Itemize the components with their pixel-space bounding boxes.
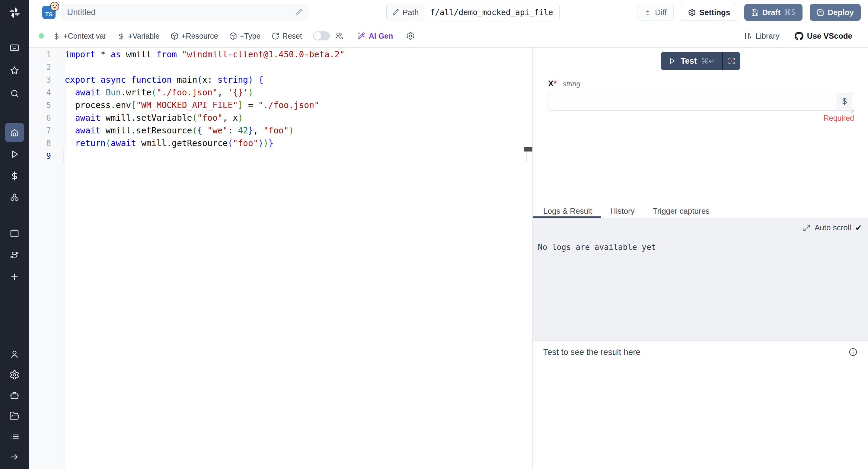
wand-sparkles-icon (357, 32, 366, 40)
sidebar-item-search[interactable] (5, 84, 24, 103)
sidebar-item-settings[interactable] (5, 365, 24, 384)
editor-toolbar: +Context var +Variable +Resource +Type R… (29, 25, 868, 48)
code-line-1[interactable]: 1import * as wmill from "windmill-client… (29, 48, 532, 61)
diff-mode-toggle[interactable] (313, 31, 330, 40)
result-placeholder: Test to see the result here (543, 347, 641, 357)
sidebar-group-3 (0, 345, 29, 467)
rotate-cw-icon (271, 32, 279, 40)
expand-logs-icon[interactable] (803, 224, 811, 232)
arg-name: X (548, 79, 554, 88)
sidebar (0, 0, 29, 469)
code-line-3[interactable]: 3export async function main(x: string) { (29, 74, 532, 86)
code-line-5[interactable]: 5 process.env["WM_MOCKED_API_FILE"] = ".… (29, 99, 532, 112)
test-button[interactable]: Test ⌘↵ (661, 52, 722, 70)
tab-logs-result[interactable]: Logs & Result (533, 204, 601, 218)
add-type-button[interactable]: +Type (229, 32, 261, 40)
resize-handle-icon[interactable] (850, 109, 856, 115)
draft-shortcut: ⌘S (784, 8, 796, 17)
tab-trigger-captures[interactable]: Trigger captures (644, 204, 719, 218)
sidebar-item-calendar[interactable] (5, 224, 24, 243)
diff-button[interactable]: Diff (637, 4, 674, 21)
settings-button[interactable]: Settings (681, 4, 737, 21)
insert-variable-button[interactable]: $ (837, 94, 852, 109)
code-line-4[interactable]: 4 await Bun.write("./foo.json", '{}') (29, 86, 532, 99)
code-editor[interactable]: 1import * as wmill from "windmill-client… (29, 48, 532, 469)
app-root: TS Untitled Path f/all/demo_mocked_api_f… (0, 0, 868, 469)
deploy-button[interactable]: Deploy (810, 4, 861, 21)
code-line-2[interactable]: 2 (29, 61, 532, 74)
path-value: f/all/demo_mocked_api_file (424, 4, 559, 21)
test-args-section: Test ⌘↵ X * string $ (533, 48, 868, 204)
line-number: 4 (29, 86, 65, 99)
logs-panel: Auto scroll ✔ No logs are available yet (533, 218, 868, 341)
line-number: 5 (29, 99, 65, 112)
save-icon (817, 9, 824, 16)
sidebar-item-plus[interactable] (5, 267, 24, 286)
draft-button[interactable]: Draft ⌘S (744, 4, 803, 21)
sidebar-item-route[interactable] (5, 245, 24, 265)
code-line-9[interactable]: 9 (29, 150, 532, 162)
arg-input-wrap: $ (548, 92, 854, 111)
code-lines: 1import * as wmill from "windmill-client… (29, 48, 532, 162)
diff-icon (644, 9, 652, 16)
script-title: Untitled (67, 7, 96, 17)
windmill-logo[interactable] (0, 0, 29, 25)
arg-type: string (563, 80, 581, 88)
library-icon (744, 32, 752, 40)
dollar-icon (117, 32, 125, 40)
sidebar-item-home[interactable] (5, 123, 24, 142)
sidebar-item-play[interactable] (5, 145, 24, 164)
dollar-icon (53, 32, 61, 40)
pencil-icon (392, 9, 399, 16)
add-context-var-button[interactable]: +Context var (53, 32, 106, 40)
overview-ruler-cursor-mark (524, 147, 532, 152)
library-button[interactable]: Library (744, 31, 779, 41)
toolbar-right: Library Use VScode (744, 31, 868, 41)
use-vscode-button[interactable]: Use VScode (795, 31, 852, 41)
sidebar-group-1 (0, 116, 29, 207)
path-label: Path (403, 8, 419, 17)
test-shortcut: ⌘↵ (701, 57, 715, 65)
sidebar-group-0 (0, 38, 29, 103)
save-icon (751, 9, 759, 16)
header-actions: Diff Settings Draft ⌘S Deploy (637, 4, 861, 21)
line-number: 9 (29, 150, 65, 162)
line-number: 2 (29, 61, 65, 74)
reset-button[interactable]: Reset (271, 32, 302, 40)
arg-label-row: X * string (548, 79, 853, 88)
edit-title-pencil-icon[interactable] (295, 8, 303, 17)
test-button-group: Test ⌘↵ (661, 52, 740, 70)
info-icon[interactable] (848, 347, 858, 357)
sidebar-item-bot[interactable] (5, 386, 24, 405)
users-icon[interactable] (335, 31, 344, 40)
sidebar-item-arrow-right[interactable] (5, 447, 24, 467)
code-line-7[interactable]: 7 await wmill.setResource({ "we": 42}, "… (29, 124, 532, 137)
required-hint: Required (533, 114, 854, 123)
line-number: 8 (29, 137, 65, 150)
code-line-6[interactable]: 6 await wmill.setVariable("foo", x) (29, 112, 532, 124)
sidebar-item-dollar-sign[interactable] (5, 166, 24, 186)
topbar: TS Untitled Path f/all/demo_mocked_api_f… (29, 0, 868, 25)
sidebar-item-boxes[interactable] (5, 188, 24, 207)
script-title-field[interactable]: Untitled (61, 4, 309, 21)
ai-gen-button[interactable]: AI Gen (357, 32, 393, 40)
autoscroll-check-icon[interactable]: ✔ (855, 223, 862, 232)
arg-x-input[interactable] (548, 92, 854, 111)
bun-emoji-icon (50, 2, 59, 11)
sidebar-item-list[interactable] (5, 427, 24, 446)
add-variable-button[interactable]: +Variable (117, 32, 159, 40)
editor-settings-gear-icon[interactable] (406, 32, 415, 40)
sidebar-item-user[interactable] (5, 345, 24, 364)
code-line-8[interactable]: 8 return(await wmill.getResource("foo"))… (29, 137, 532, 150)
line-number: 3 (29, 74, 65, 86)
sidebar-item-star[interactable] (5, 61, 24, 80)
tab-history[interactable]: History (601, 204, 644, 218)
no-logs-text: No logs are available yet (538, 243, 862, 252)
add-resource-button[interactable]: +Resource (170, 32, 218, 40)
path-field[interactable]: Path f/all/demo_mocked_api_file (386, 4, 560, 21)
sidebar-item-keyboard[interactable] (5, 38, 24, 57)
sidebar-item-folder-open[interactable] (5, 406, 24, 426)
capture-test-button[interactable] (723, 52, 740, 70)
windmill-logo-icon (7, 6, 22, 20)
right-panel: Test ⌘↵ X * string $ (533, 48, 868, 469)
